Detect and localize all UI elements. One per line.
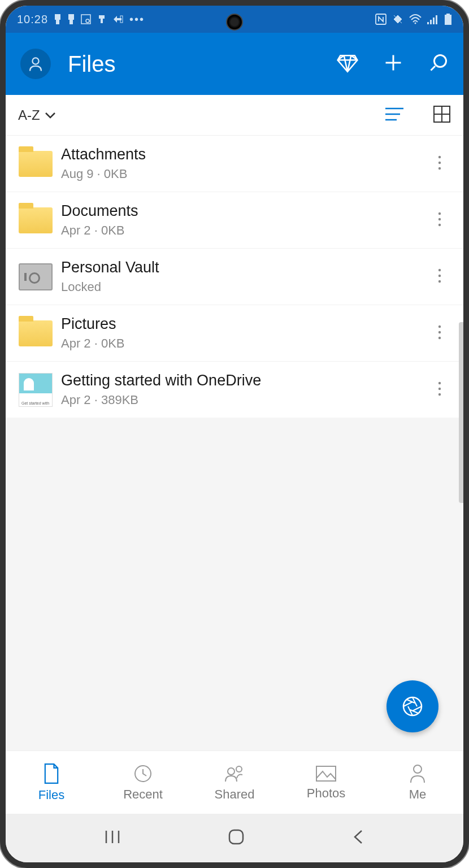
file-item-pictures[interactable]: Pictures Apr 2 · 0KB [6, 305, 463, 362]
svg-point-31 [438, 268, 441, 271]
list-lines-icon [384, 106, 405, 122]
file-item-documents[interactable]: Documents Apr 2 · 0KB [6, 192, 463, 249]
svg-point-26 [438, 161, 441, 163]
file-menu-button[interactable] [428, 268, 451, 285]
notif-icon-3 [81, 14, 91, 24]
home-icon [227, 828, 245, 846]
profile-button[interactable] [20, 49, 51, 79]
people-icon [223, 763, 246, 784]
pdf-thumbnail-icon [14, 373, 58, 407]
file-item-getting-started[interactable]: Getting started with OneDrive Apr 2 · 38… [6, 362, 463, 418]
svg-rect-15 [446, 14, 450, 15]
file-name: Attachments [61, 146, 428, 163]
svg-point-38 [438, 387, 441, 389]
notif-icon-4 [97, 14, 107, 24]
sys-recents-button[interactable] [104, 828, 121, 848]
page-title: Files [68, 51, 337, 77]
system-nav-bar [6, 814, 463, 862]
file-menu-button[interactable] [428, 381, 451, 398]
signal-icon [427, 14, 438, 24]
app-header: Files [6, 33, 463, 95]
svg-point-33 [438, 280, 441, 282]
svg-point-30 [438, 223, 441, 225]
wifi-icon [409, 14, 422, 24]
camera-notch [226, 14, 243, 31]
list-view-button[interactable] [384, 106, 405, 124]
svg-point-36 [438, 336, 441, 338]
grid-view-button[interactable] [433, 105, 451, 125]
vibrate-icon [392, 14, 403, 25]
svg-point-37 [438, 381, 441, 384]
svg-rect-7 [101, 19, 103, 23]
recents-icon [104, 828, 121, 845]
back-icon [351, 828, 365, 845]
svg-point-17 [32, 58, 38, 64]
add-button[interactable] [383, 53, 403, 75]
sort-button[interactable]: A-Z [18, 107, 56, 123]
svg-rect-0 [55, 14, 60, 20]
svg-rect-12 [430, 20, 432, 24]
svg-rect-1 [56, 20, 59, 24]
svg-point-10 [415, 23, 416, 24]
nav-label: Me [409, 787, 427, 802]
notif-icon-2 [67, 14, 75, 24]
nav-label: Shared [215, 787, 255, 802]
svg-rect-11 [427, 22, 429, 24]
svg-rect-14 [436, 15, 437, 24]
nav-me[interactable]: Me [372, 751, 463, 814]
image-icon [315, 765, 337, 783]
more-vertical-icon [438, 212, 441, 227]
file-meta: Apr 2 · 0KB [61, 336, 428, 351]
more-vertical-icon [438, 381, 441, 396]
svg-point-28 [438, 212, 441, 214]
file-name: Personal Vault [61, 259, 428, 276]
file-list: Attachments Aug 9 · 0KB Documents Apr 2 … [6, 136, 463, 418]
nav-shared[interactable]: Shared [189, 751, 280, 814]
file-meta: Locked [61, 280, 428, 294]
clock-icon [133, 763, 153, 784]
svg-rect-49 [229, 830, 243, 844]
svg-rect-13 [433, 18, 435, 24]
svg-point-35 [438, 331, 441, 333]
folder-icon [14, 320, 58, 346]
premium-button[interactable] [337, 52, 358, 76]
svg-point-32 [438, 274, 441, 276]
file-menu-button[interactable] [428, 155, 451, 172]
file-name: Documents [61, 202, 428, 220]
sys-back-button[interactable] [351, 828, 365, 848]
sort-label: A-Z [18, 107, 40, 123]
file-menu-button[interactable] [428, 212, 451, 229]
svg-point-29 [438, 218, 441, 220]
nav-photos[interactable]: Photos [280, 751, 372, 814]
search-button[interactable] [428, 53, 449, 75]
nav-label: Recent [123, 787, 163, 802]
more-dots-icon: ••• [129, 13, 145, 26]
more-vertical-icon [438, 325, 441, 340]
svg-point-39 [438, 393, 441, 395]
nav-files[interactable]: Files [6, 751, 97, 814]
svg-point-25 [438, 155, 441, 158]
nav-label: Files [38, 788, 64, 802]
scan-fab-button[interactable] [387, 680, 438, 732]
camera-aperture-icon [401, 695, 424, 718]
sys-home-button[interactable] [227, 828, 245, 848]
nav-recent[interactable]: Recent [97, 751, 189, 814]
person-icon [27, 55, 44, 72]
notif-icon-1 [54, 14, 62, 24]
svg-rect-2 [68, 14, 74, 20]
nav-label: Photos [307, 786, 346, 801]
file-item-personal-vault[interactable]: Personal Vault Locked [6, 249, 463, 305]
nfc-icon [375, 14, 387, 25]
svg-point-42 [228, 768, 234, 775]
person-icon [409, 763, 427, 784]
search-icon [428, 53, 449, 73]
file-menu-button[interactable] [428, 325, 451, 342]
file-item-attachments[interactable]: Attachments Aug 9 · 0KB [6, 136, 463, 192]
battery-icon [444, 14, 452, 25]
svg-point-40 [403, 697, 422, 715]
svg-rect-3 [70, 20, 73, 24]
scroll-handle[interactable] [459, 322, 463, 503]
svg-rect-16 [445, 15, 451, 25]
chevron-down-icon [45, 111, 56, 119]
more-vertical-icon [438, 155, 441, 170]
